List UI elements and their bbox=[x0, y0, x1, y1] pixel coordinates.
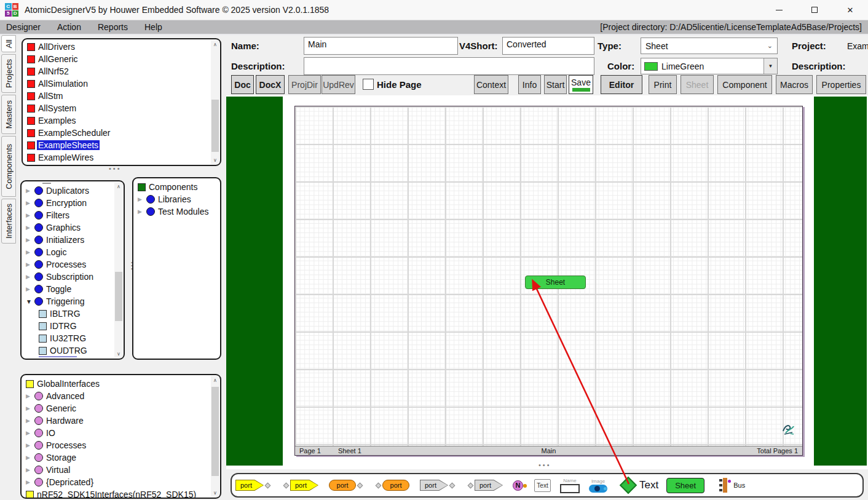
tree-item[interactable]: ▶Hardware bbox=[22, 415, 220, 427]
menu-help[interactable]: Help bbox=[144, 22, 162, 32]
list-item[interactable]: AllSimulation bbox=[23, 77, 220, 90]
expander-icon[interactable]: ▶ bbox=[26, 467, 34, 473]
expander-icon[interactable]: ▶ bbox=[26, 454, 34, 461]
palette-bus-item[interactable]: Bus bbox=[717, 478, 745, 493]
type-dropdown[interactable]: Sheet ⌄ bbox=[641, 38, 778, 54]
save-button[interactable]: Save bbox=[569, 75, 593, 94]
expander-icon[interactable]: ▶ bbox=[26, 274, 34, 280]
list-item[interactable]: Examples bbox=[23, 114, 220, 127]
list-item[interactable]: AllStm bbox=[23, 90, 220, 102]
tree-item[interactable]: ▶Initializers bbox=[22, 234, 124, 246]
tree-item[interactable]: ▶Duplicators bbox=[22, 185, 124, 197]
macros-button[interactable]: Macros bbox=[776, 75, 813, 94]
tree-item[interactable]: ▶Processes bbox=[22, 258, 124, 271]
expander-icon[interactable]: ▶ bbox=[26, 261, 34, 268]
list-item[interactable]: AllDrivers bbox=[23, 41, 220, 53]
tree-item[interactable]: ▶Processes bbox=[22, 439, 220, 451]
palette-port-yellow-in[interactable]: port bbox=[282, 480, 318, 491]
projdir-button[interactable]: ProjDir bbox=[288, 75, 321, 94]
list-item[interactable]: AllSystem bbox=[23, 102, 220, 114]
tree-item[interactable]: ▶Toggle bbox=[22, 283, 124, 295]
tree-item-expanded[interactable]: ▼Triggering bbox=[22, 295, 124, 308]
list-item[interactable]: AllGeneric bbox=[23, 53, 220, 65]
palette-text-button[interactable]: Text bbox=[534, 479, 551, 492]
expander-icon[interactable]: ▶ bbox=[26, 418, 34, 424]
palette-sheet-item[interactable]: Sheet bbox=[666, 478, 704, 493]
info-button[interactable]: Info bbox=[518, 75, 541, 94]
scroll-up-icon[interactable]: ∧ bbox=[211, 376, 219, 384]
list-item[interactable]: AllNrf52 bbox=[23, 65, 220, 77]
scrollbar-thumb[interactable] bbox=[211, 387, 219, 477]
expander-icon[interactable]: ▶ bbox=[26, 200, 34, 206]
tree-item[interactable]: ▶Test Modules bbox=[133, 205, 220, 218]
properties-button[interactable]: Properties bbox=[816, 75, 866, 94]
canvas-area[interactable]: Sheet Page 1 Sheet 1 Main Total Pages 1 … bbox=[226, 95, 868, 469]
title-bar[interactable]: C B 5 D AtomicDesignerV5 by Houwer Embed… bbox=[0, 0, 868, 20]
grid-background[interactable]: Sheet bbox=[295, 106, 802, 446]
expander-icon[interactable]: ▶ bbox=[26, 442, 34, 448]
print-button[interactable]: Print bbox=[649, 75, 677, 94]
v4short-input[interactable]: Converted bbox=[502, 37, 594, 55]
tree-item[interactable]: ▶IO bbox=[22, 427, 220, 439]
tree-item[interactable]: ▶{Depricated} bbox=[22, 476, 220, 488]
doc-button[interactable]: Doc bbox=[231, 75, 254, 94]
expander-icon[interactable]: ▶ bbox=[26, 237, 34, 243]
tree-item[interactable]: Components bbox=[133, 181, 220, 193]
tree-child-item[interactable]: IU32TRG bbox=[22, 332, 124, 344]
tree-item[interactable]: ▶Advanced bbox=[22, 390, 220, 402]
expander-icon[interactable]: ▶ bbox=[26, 405, 34, 411]
tree-item[interactable]: GlobalInterfaces bbox=[22, 378, 220, 390]
list-item[interactable]: ExampleWires bbox=[23, 151, 220, 164]
tree-item[interactable]: ▶Encryption bbox=[22, 197, 124, 209]
scroll-down-icon[interactable]: ∨ bbox=[114, 349, 123, 358]
tree-item[interactable]: nRF52_SDK15Interfaces(nRF52_SDK15) bbox=[22, 488, 220, 499]
tree-item[interactable]: ▶Virtual bbox=[22, 464, 220, 476]
tab-all[interactable]: All bbox=[1, 35, 16, 52]
palette-port-yellow-out[interactable]: port bbox=[235, 480, 272, 491]
tree-item[interactable]: ▶Libraries bbox=[133, 193, 220, 205]
list-item[interactable]: ExampleScheduler bbox=[23, 127, 220, 139]
palette-port-orange-out[interactable]: port bbox=[329, 480, 364, 491]
expander-icon[interactable]: ▶ bbox=[26, 212, 34, 218]
palette-image-item[interactable]: Image bbox=[589, 478, 607, 493]
component-button[interactable]: Component bbox=[717, 75, 772, 94]
horizontal-splitter[interactable]: ••• bbox=[109, 165, 122, 172]
description-input[interactable] bbox=[304, 57, 594, 75]
menu-reports[interactable]: Reports bbox=[98, 22, 128, 32]
tree-item[interactable]: ▶Storage bbox=[22, 451, 220, 464]
palette-name-item[interactable]: Name bbox=[560, 478, 580, 493]
expander-icon[interactable]: ▼ bbox=[26, 298, 34, 305]
green-diamond-icon[interactable] bbox=[620, 477, 637, 494]
dropdown-arrow-icon[interactable]: ▼ bbox=[763, 58, 777, 74]
palette-port-gray-in[interactable]: port bbox=[467, 480, 503, 491]
expander-icon[interactable]: ▶ bbox=[26, 393, 34, 399]
tree-child-item[interactable]: IBLTRG bbox=[22, 308, 124, 320]
scrollbar[interactable]: ∧ ∨ bbox=[211, 40, 219, 164]
expander-icon[interactable]: ▶ bbox=[138, 196, 146, 202]
scroll-up-icon[interactable]: ∧ bbox=[114, 182, 123, 191]
horizontal-splitter[interactable]: ••• bbox=[539, 461, 551, 469]
scroll-down-icon[interactable]: ∨ bbox=[211, 156, 219, 164]
expander-icon[interactable]: ▶ bbox=[26, 430, 34, 436]
tree-item[interactable]: ▶Logic bbox=[22, 246, 124, 258]
maximize-button[interactable] bbox=[797, 0, 832, 20]
tab-projects[interactable]: Projects bbox=[1, 54, 16, 93]
tab-masters[interactable]: Masters bbox=[1, 95, 16, 134]
scrollbar[interactable]: ∧ ∨ bbox=[211, 376, 219, 497]
expander-icon[interactable]: ▶ bbox=[26, 479, 34, 485]
expander-icon[interactable]: ▶ bbox=[138, 208, 146, 215]
expander-icon[interactable]: ▶ bbox=[26, 249, 34, 255]
scrollbar[interactable]: ∧ ∨ bbox=[114, 182, 123, 358]
minimize-button[interactable] bbox=[761, 0, 797, 20]
scrollbar-thumb[interactable] bbox=[115, 272, 122, 321]
menu-action[interactable]: Action bbox=[57, 22, 81, 32]
list-item-selected[interactable]: ExampleSheets bbox=[23, 139, 220, 151]
editor-button[interactable]: Editor bbox=[601, 75, 642, 94]
palette-port-orange-in[interactable]: port bbox=[374, 480, 409, 491]
tree-item[interactable]: ▶Graphics bbox=[22, 221, 124, 234]
docx-button[interactable]: DocX bbox=[256, 75, 285, 94]
menu-designer[interactable]: Designer bbox=[6, 22, 41, 32]
tree-child-item[interactable]: IDTRG bbox=[22, 320, 124, 332]
expander-icon[interactable]: ▶ bbox=[26, 188, 34, 194]
color-combo[interactable]: LimeGreen ▼ bbox=[641, 58, 778, 74]
